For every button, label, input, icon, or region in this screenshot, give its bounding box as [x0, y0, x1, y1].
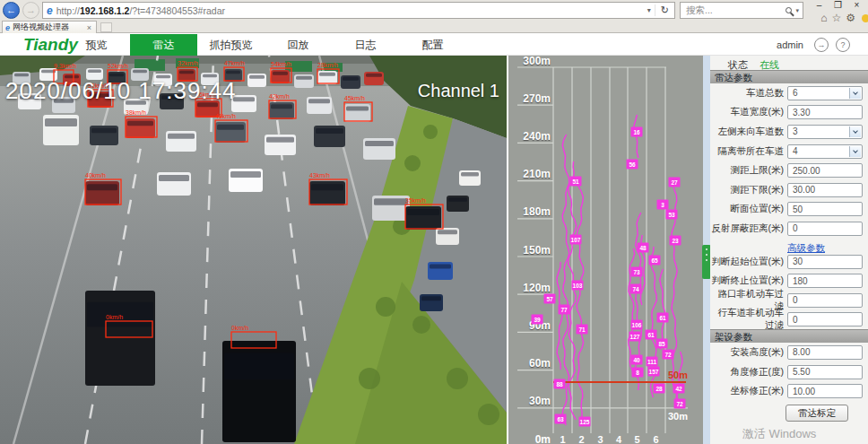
tab-close-icon[interactable]: × [85, 23, 93, 32]
svg-text:127: 127 [630, 334, 640, 340]
section-header: 架设参数 [710, 329, 868, 343]
field-value: 10.00 [793, 387, 815, 396]
svg-text:54km/h: 54km/h [271, 61, 291, 67]
radar-target: 71 [577, 325, 588, 335]
svg-text:40: 40 [633, 357, 640, 363]
browser-tab[interactable]: e 网络视频处理器 × [2, 21, 97, 33]
radar-target: 103 [572, 281, 584, 291]
radar-tracks [557, 115, 682, 425]
new-tab-button[interactable] [100, 22, 112, 32]
search-icon[interactable] [786, 7, 792, 13]
app-header: Tiandy 预览雷达抓拍预览回放日志配置 admin → ? [0, 34, 868, 56]
minimize-button[interactable]: – [810, 0, 829, 12]
logout-icon[interactable]: → [814, 38, 829, 52]
nav-tab-0[interactable]: 预览 [63, 34, 130, 56]
field-input[interactable]: 180 [787, 274, 863, 288]
field-input[interactable]: 50 [787, 202, 863, 216]
field-select[interactable]: 4 [787, 144, 863, 159]
chevron-down-icon[interactable] [849, 126, 861, 137]
video-preview[interactable]: 9.3km/h52km/h32km/h47km/h54km/h28km/h51k… [0, 56, 507, 444]
svg-text:56: 56 [629, 161, 636, 168]
advanced-params-link[interactable]: 高级参数 [787, 242, 825, 253]
radar-target: 77 [559, 305, 570, 315]
svg-text:88: 88 [556, 381, 563, 387]
field-value: 250.00 [793, 166, 820, 176]
field-value: 5.50 [793, 367, 810, 377]
radar-target: 23 [670, 236, 681, 246]
field-label: 测距上限(米) [710, 164, 784, 177]
field-input[interactable]: 30 [787, 255, 863, 269]
radar-target: 63 [555, 414, 567, 424]
nav-tab-2[interactable]: 抓拍预览 [197, 34, 265, 56]
field-input[interactable]: 30.00 [787, 183, 863, 197]
vehicle [166, 131, 196, 152]
field-select[interactable]: 6 [787, 86, 863, 100]
chevron-down-icon[interactable] [849, 88, 861, 99]
svg-text:300m: 300m [523, 56, 551, 67]
vehicle [85, 181, 119, 205]
maximize-button[interactable]: ❐ [829, 0, 847, 12]
nav-tab-1[interactable]: 雷达 [130, 34, 197, 56]
field-input[interactable]: 8.00 [787, 345, 863, 360]
svg-text:71: 71 [578, 326, 586, 333]
search-dropdown-icon[interactable]: ▾ [795, 7, 799, 14]
field-input[interactable]: 250.00 [787, 163, 863, 178]
url-path: /?t=4734804553#radar [129, 5, 225, 16]
svg-text:60m: 60m [529, 357, 551, 370]
vehicle [459, 170, 481, 186]
field-input[interactable]: 10.00 [787, 384, 863, 398]
radar-target: 125 [579, 417, 591, 427]
nav-tab-5[interactable]: 配置 [399, 34, 466, 56]
field-input[interactable]: 0 [787, 293, 863, 308]
browser-chrome: ← → e http:// 192.168.1.2 /?t=4734804553… [0, 0, 868, 33]
svg-text:40km/h: 40km/h [85, 172, 106, 178]
radar-canvas: 300m270m240m210m180m150m120m90m60m30m0m5… [508, 56, 708, 444]
svg-text:2: 2 [578, 434, 584, 444]
svg-text:27: 27 [671, 179, 678, 186]
nav-tab-3[interactable]: 回放 [265, 34, 332, 56]
field-value: 6 [793, 88, 798, 98]
address-bar[interactable]: e http:// 192.168.1.2 /?t=4734804553#rad… [42, 2, 675, 19]
svg-text:16: 16 [633, 129, 640, 135]
radar-plot[interactable]: 300m270m240m210m180m150m120m90m60m30m0m5… [507, 56, 708, 444]
field-row: 坐标修正(米)10.00 [710, 381, 868, 401]
field-input[interactable]: 3.30 [787, 105, 863, 119]
vehicle [364, 72, 384, 85]
search-input[interactable]: 搜索... ▾ [680, 2, 803, 19]
radar-target: 107 [570, 235, 582, 245]
radar-target: 48 [638, 243, 649, 253]
svg-text:210m: 210m [523, 168, 551, 180]
radar-target: 73 [631, 267, 643, 277]
field-select[interactable]: 3 [787, 125, 863, 139]
browser-back-icon[interactable]: ← [3, 2, 20, 19]
vehicle [90, 126, 118, 145]
svg-text:28: 28 [655, 386, 663, 392]
address-dropdown-icon[interactable]: ▾ [644, 6, 655, 14]
browser-tab-row: e 网络视频处理器 × [0, 21, 868, 33]
activate-windows-watermark: 激活 Windows 转到“设置”以激活 Windows。 [710, 426, 868, 444]
username: admin [777, 34, 803, 56]
close-button[interactable]: × [847, 0, 866, 12]
svg-text:9.3km/h: 9.3km/h [54, 63, 76, 69]
field-input[interactable]: 5.50 [787, 365, 863, 379]
chevron-down-icon[interactable] [849, 146, 861, 157]
field-input[interactable]: 0 [787, 312, 863, 326]
vehicle [436, 228, 459, 245]
field-row: 车道总数6 [710, 83, 868, 103]
vehicle [314, 126, 345, 147]
url-prefix: http:// [56, 5, 80, 16]
refresh-icon[interactable]: ↻ [655, 4, 674, 16]
help-icon[interactable]: ? [836, 38, 850, 52]
url-host: 192.168.1.2 [80, 5, 129, 16]
vehicle [294, 74, 314, 88]
svg-text:180m: 180m [523, 205, 551, 218]
link-row: 高级参数 [710, 239, 868, 252]
nav-tab-4[interactable]: 日志 [332, 34, 399, 56]
browser-forward-icon[interactable]: → [22, 2, 39, 19]
svg-text:0km/h: 0km/h [231, 325, 248, 331]
radar-target: 72 [663, 350, 674, 360]
traffic-scene: 9.3km/h52km/h32km/h47km/h54km/h28km/h51k… [0, 56, 507, 444]
lower-limit-label: 30m [668, 411, 688, 422]
radar-calibrate-button[interactable]: 雷达标定 [786, 405, 848, 422]
field-input[interactable]: 0 [787, 222, 863, 236]
